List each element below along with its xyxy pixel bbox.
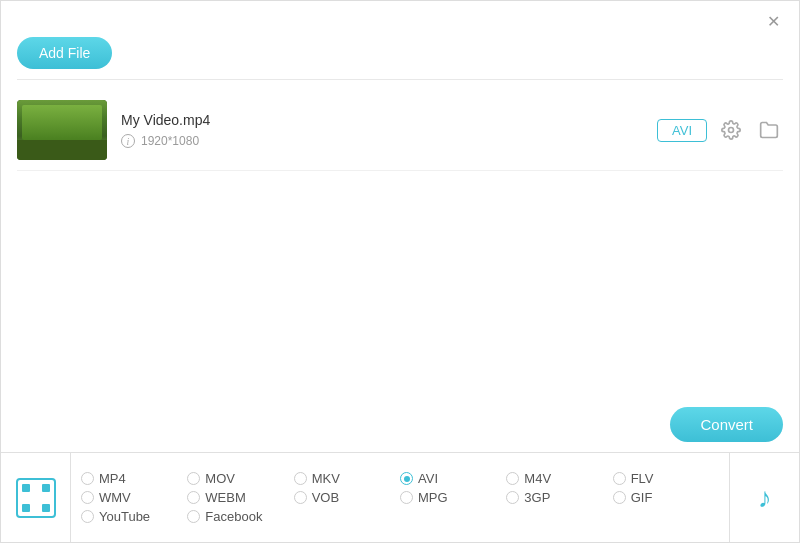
file-actions: AVI bbox=[657, 116, 783, 144]
file-list: My Video.mp4 i 1920*1080 AVI bbox=[1, 80, 799, 181]
format-option-mov[interactable]: MOV bbox=[187, 471, 293, 486]
radio-youtube[interactable] bbox=[81, 510, 94, 523]
radio-flv[interactable] bbox=[613, 472, 626, 485]
grid-cell bbox=[42, 494, 50, 502]
video-format-icon[interactable] bbox=[1, 453, 71, 543]
grid-cell bbox=[22, 494, 30, 502]
file-item: My Video.mp4 i 1920*1080 AVI bbox=[17, 90, 783, 171]
music-note-icon: ♪ bbox=[758, 482, 772, 514]
format-label-youtube: YouTube bbox=[99, 509, 150, 524]
grid-cell bbox=[32, 494, 40, 502]
file-resolution: 1920*1080 bbox=[141, 134, 199, 148]
toolbar: Add File bbox=[1, 37, 799, 79]
format-label-wmv: WMV bbox=[99, 490, 131, 505]
file-name: My Video.mp4 bbox=[121, 112, 657, 128]
format-label-mpg: MPG bbox=[418, 490, 448, 505]
radio-avi[interactable] bbox=[400, 472, 413, 485]
format-label-flv: FLV bbox=[631, 471, 654, 486]
format-option-vob[interactable]: VOB bbox=[294, 490, 400, 505]
settings-icon[interactable] bbox=[717, 116, 745, 144]
format-label-gif: GIF bbox=[631, 490, 653, 505]
format-label-avi: AVI bbox=[418, 471, 438, 486]
radio-webm[interactable] bbox=[187, 491, 200, 504]
file-info: My Video.mp4 i 1920*1080 bbox=[107, 112, 657, 148]
radio-mpg[interactable] bbox=[400, 491, 413, 504]
format-label-vob: VOB bbox=[312, 490, 339, 505]
radio-vob[interactable] bbox=[294, 491, 307, 504]
format-option-mkv[interactable]: MKV bbox=[294, 471, 400, 486]
folder-icon[interactable] bbox=[755, 116, 783, 144]
format-option-mp4[interactable]: MP4 bbox=[81, 471, 187, 486]
grid-cell bbox=[22, 484, 30, 492]
format-label-mkv: MKV bbox=[312, 471, 340, 486]
format-option-m4v[interactable]: M4V bbox=[506, 471, 612, 486]
file-thumbnail bbox=[17, 100, 107, 160]
format-option-flv[interactable]: FLV bbox=[613, 471, 719, 486]
radio-wmv[interactable] bbox=[81, 491, 94, 504]
grid-cell bbox=[42, 484, 50, 492]
format-option-gif[interactable]: GIF bbox=[613, 490, 719, 505]
grid-cell bbox=[32, 484, 40, 492]
format-label-mov: MOV bbox=[205, 471, 235, 486]
close-button[interactable]: ✕ bbox=[763, 11, 783, 31]
grid-cell bbox=[32, 504, 40, 512]
svg-point-0 bbox=[729, 128, 734, 133]
radio-mp4[interactable] bbox=[81, 472, 94, 485]
format-option-3gp[interactable]: 3GP bbox=[506, 490, 612, 505]
radio-m4v[interactable] bbox=[506, 472, 519, 485]
convert-button[interactable]: Convert bbox=[670, 407, 783, 442]
format-option-avi[interactable]: AVI bbox=[400, 471, 506, 486]
file-meta: i 1920*1080 bbox=[121, 134, 657, 148]
info-icon[interactable]: i bbox=[121, 134, 135, 148]
audio-format-icon[interactable]: ♪ bbox=[729, 453, 799, 543]
format-label-mp4: MP4 bbox=[99, 471, 126, 486]
format-options: MP4 MOV MKV AVI M4V FLV WMV WEBM bbox=[71, 463, 729, 532]
format-option-youtube[interactable]: YouTube bbox=[81, 509, 187, 524]
add-file-button[interactable]: Add File bbox=[17, 37, 112, 69]
grid-cell bbox=[22, 504, 30, 512]
format-label-webm: WEBM bbox=[205, 490, 245, 505]
radio-mov[interactable] bbox=[187, 472, 200, 485]
format-bar: MP4 MOV MKV AVI M4V FLV WMV WEBM bbox=[1, 452, 799, 542]
format-badge[interactable]: AVI bbox=[657, 119, 707, 142]
format-label-facebook: Facebook bbox=[205, 509, 262, 524]
format-option-mpg[interactable]: MPG bbox=[400, 490, 506, 505]
title-bar: ✕ bbox=[1, 1, 799, 37]
format-label-3gp: 3GP bbox=[524, 490, 550, 505]
format-option-facebook[interactable]: Facebook bbox=[187, 509, 293, 524]
format-label-m4v: M4V bbox=[524, 471, 551, 486]
convert-bar: Convert bbox=[1, 397, 799, 452]
format-option-wmv[interactable]: WMV bbox=[81, 490, 187, 505]
radio-3gp[interactable] bbox=[506, 491, 519, 504]
thumbnail-image bbox=[17, 100, 107, 160]
radio-gif[interactable] bbox=[613, 491, 626, 504]
grid-cell bbox=[42, 504, 50, 512]
radio-mkv[interactable] bbox=[294, 472, 307, 485]
format-option-webm[interactable]: WEBM bbox=[187, 490, 293, 505]
film-grid-icon bbox=[16, 478, 56, 518]
radio-facebook[interactable] bbox=[187, 510, 200, 523]
